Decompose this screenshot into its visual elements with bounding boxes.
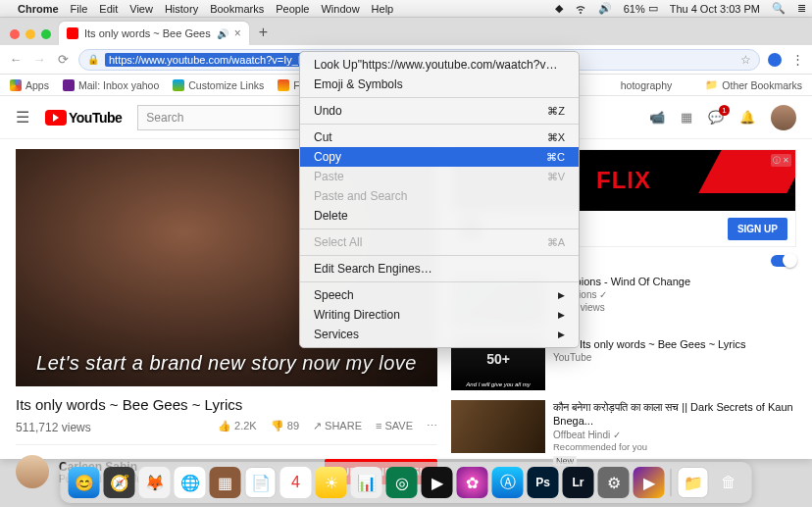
lock-icon[interactable]: 🔒 <box>87 54 99 65</box>
apps-shortcut[interactable]: Apps <box>10 79 49 91</box>
reload-button[interactable]: ⟳ <box>55 52 71 67</box>
bookmark-item[interactable]: Mail: Inbox yahoo <box>63 79 159 91</box>
ad-brand: FLIX <box>596 167 651 194</box>
save-button[interactable]: ≡ SAVE <box>376 420 413 431</box>
volume-icon[interactable]: 🔊 <box>598 2 612 15</box>
app-name[interactable]: Chrome <box>18 3 59 15</box>
forward-button[interactable]: → <box>31 52 47 67</box>
menu-history[interactable]: History <box>165 3 198 15</box>
back-button[interactable]: ← <box>8 52 24 67</box>
menu-view[interactable]: View <box>129 3 153 15</box>
dock-appstore-icon[interactable]: Ⓐ <box>492 467 524 498</box>
messages-icon[interactable]: 💬1 <box>708 110 724 125</box>
ctx-paste: Paste⌘V <box>300 167 579 186</box>
dock-settings-icon[interactable]: ⚙ <box>598 467 630 498</box>
video-title: Its only words ~ Bee Gees ~ Lyrics <box>16 396 437 413</box>
notification-badge: 1 <box>719 105 730 116</box>
like-button[interactable]: 👍 2.2K <box>218 420 257 432</box>
ctx-copy[interactable]: Copy⌘C <box>300 147 579 167</box>
view-count: 511,712 views <box>16 421 91 434</box>
dock-photoshop-icon[interactable]: Ps <box>528 467 559 498</box>
menu-people[interactable]: People <box>276 3 309 15</box>
dock-app-icon[interactable]: ☀ <box>316 467 347 498</box>
lyric-caption: Let's start a brand new story now my lov… <box>16 352 437 375</box>
dock-downloads-icon[interactable]: 📁 <box>678 467 709 498</box>
more-actions-button[interactable]: ⋯ <box>427 420 437 432</box>
menu-edit[interactable]: Edit <box>99 3 118 15</box>
youtube-logo[interactable]: YouTube <box>45 110 122 126</box>
dropbox-icon[interactable]: ◆ <box>555 2 563 15</box>
dock-lightroom-icon[interactable]: Lr <box>563 467 594 498</box>
dock-terminal-icon[interactable]: ▶ <box>422 467 453 498</box>
account-avatar[interactable] <box>771 105 796 130</box>
rec-views: 617M views <box>553 301 796 314</box>
dock-notes-icon[interactable]: 📄 <box>245 467 277 498</box>
ctx-cut[interactable]: Cut⌘X <box>300 127 579 147</box>
ctx-services[interactable]: Services▶ <box>300 325 579 344</box>
dislike-button[interactable]: 👎 89 <box>271 420 299 432</box>
ctx-lookup[interactable]: Look Up "https://www.youtube.com/waatch?… <box>300 55 579 75</box>
battery-status[interactable]: 61% ▭ <box>624 2 658 15</box>
bookmark-item[interactable]: Customize Links <box>173 79 264 91</box>
dock-app-icon[interactable]: ▶ <box>634 467 665 498</box>
macos-menubar: Chrome File Edit View History Bookmarks … <box>0 0 812 18</box>
rec-title: Scorpions - Wind Of Change <box>553 275 796 288</box>
tab-close-icon[interactable]: × <box>234 26 241 40</box>
dock-app-icon[interactable]: ▦ <box>210 467 241 498</box>
browser-tab[interactable]: Its only words ~ Bee Gees 🔊 × <box>59 22 249 45</box>
menu-bookmarks[interactable]: Bookmarks <box>210 3 264 15</box>
ctx-writing-direction[interactable]: Writing Direction▶ <box>300 305 579 325</box>
ctx-speech[interactable]: Speech▶ <box>300 285 579 305</box>
channel-avatar[interactable] <box>16 455 49 488</box>
ctx-delete[interactable]: Delete <box>300 206 579 226</box>
dock-activity-icon[interactable]: 📊 <box>351 467 382 498</box>
window-minimize-button[interactable] <box>25 29 35 39</box>
ad-info-icon[interactable]: ⓘ ✕ <box>771 154 791 167</box>
dock-finder-icon[interactable]: 😊 <box>69 467 100 498</box>
dock-firefox-icon[interactable]: 🦊 <box>139 467 171 498</box>
ctx-edit-search-engines[interactable]: Edit Search Engines… <box>300 259 579 279</box>
dock-photos-icon[interactable]: ✿ <box>457 467 488 498</box>
hamburger-menu-icon[interactable]: ☰ <box>16 108 29 127</box>
tab-strip: Its only words ~ Bee Gees 🔊 × + <box>0 18 812 45</box>
menu-file[interactable]: File <box>71 3 88 15</box>
menu-window[interactable]: Window <box>321 3 359 15</box>
notifications-bell-icon[interactable]: 🔔 <box>739 110 755 125</box>
video-thumbnail <box>451 400 545 453</box>
rec-title: कौन बनेगा करोड़पति का काला सच || Dark Se… <box>553 400 796 429</box>
profile-icon[interactable] <box>768 53 782 67</box>
window-zoom-button[interactable] <box>41 29 51 39</box>
window-close-button[interactable] <box>10 29 20 39</box>
new-tab-button[interactable]: + <box>249 24 278 45</box>
menu-help[interactable]: Help <box>372 3 394 15</box>
tab-favicon <box>67 27 78 39</box>
ctx-select-all: Select All⌘A <box>300 232 579 252</box>
wifi-icon[interactable] <box>575 3 586 15</box>
dock-safari-icon[interactable]: 🧭 <box>104 467 135 498</box>
ctx-undo[interactable]: Undo⌘Z <box>300 101 579 121</box>
tab-audio-icon[interactable]: 🔊 <box>217 28 228 39</box>
dock-calendar-icon[interactable]: 4 <box>280 467 312 498</box>
dock-trash-icon[interactable]: 🗑 <box>713 467 744 498</box>
apps-grid-icon[interactable]: ▦ <box>681 110 692 125</box>
rec-channel: Scorpions ✓ <box>553 288 796 301</box>
ctx-emoji[interactable]: Emoji & Symbols <box>300 75 579 94</box>
bookmark-star-icon[interactable]: ☆ <box>740 53 751 67</box>
dock-chrome-icon[interactable]: 🌐 <box>175 467 206 498</box>
recommendation-item[interactable]: कौन बनेगा करोड़पति का काला सच || Dark Se… <box>451 400 796 468</box>
other-bookmarks[interactable]: 📁 Other Bookmarks <box>705 78 802 91</box>
dock-app-icon[interactable]: ◎ <box>386 467 418 498</box>
chrome-menu-icon[interactable]: ⋮ <box>791 52 804 67</box>
create-video-icon[interactable]: 📹 <box>649 110 665 125</box>
share-button[interactable]: ↗ SHARE <box>313 420 362 432</box>
clock[interactable]: Thu 4 Oct 3:03 PM <box>670 3 760 15</box>
ad-cta-button[interactable]: SIGN UP <box>728 218 787 240</box>
spotlight-icon[interactable]: 🔍 <box>772 2 786 15</box>
control-center-icon[interactable]: ≣ <box>797 2 806 15</box>
autoplay-toggle[interactable] <box>771 255 796 267</box>
bookmark-item[interactable]: hotography <box>621 79 673 91</box>
rec-channel: YouTube <box>553 351 796 364</box>
rec-channel: Offbeat Hindi ✓ <box>553 429 796 441</box>
context-menu: Look Up "https://www.youtube.com/waatch?… <box>299 51 580 348</box>
tab-title: Its only words ~ Bee Gees <box>84 27 211 39</box>
